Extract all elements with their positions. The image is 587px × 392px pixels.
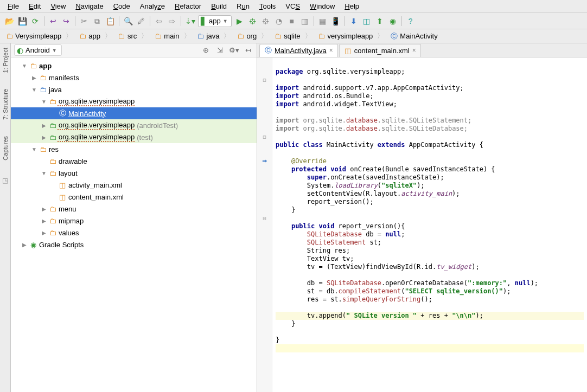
- expand-icon[interactable]: ▶: [30, 75, 38, 81]
- sdk-icon[interactable]: ⬇: [348, 15, 360, 27]
- attach-icon[interactable]: ⯐: [260, 15, 272, 27]
- debug-icon[interactable]: ⯐: [247, 15, 259, 27]
- open-icon[interactable]: 📂: [3, 15, 15, 27]
- rail-captures[interactable]: Captures: [2, 136, 9, 160]
- run-icon[interactable]: ▶: [234, 15, 246, 27]
- crumb-sqlite[interactable]: 🗀sqlite: [271, 30, 314, 42]
- tree-pkg-androidtest[interactable]: ▶ 🗀 org.sqlite.verysimpleapp (androidTes…: [11, 119, 257, 131]
- expand-icon[interactable]: ▼: [40, 170, 48, 176]
- tree-activity-main-xml[interactable]: ◫ activity_main.xml: [11, 179, 257, 191]
- project-tree[interactable]: ▼ 🗀 app ▶ 🗀 manifests ▼ 🗀 java ▼ 🗀 org.s…: [11, 57, 257, 392]
- find-icon[interactable]: 🔍: [122, 15, 134, 27]
- rail-build-variants-icon[interactable]: ◳: [2, 177, 8, 184]
- fold-icon[interactable]: ⊟: [258, 214, 271, 222]
- tree-pkg-test[interactable]: ▶ 🗀 org.sqlite.verysimpleapp (test): [11, 131, 257, 143]
- crumb-src[interactable]: 🗀src: [114, 30, 151, 42]
- menu-navigate[interactable]: Navigate: [71, 1, 107, 11]
- make-icon[interactable]: ⇣▾: [184, 15, 196, 27]
- copy-icon[interactable]: ⧉: [91, 15, 103, 27]
- scroll-to-source-icon[interactable]: ⊕: [200, 45, 211, 56]
- help-icon[interactable]: ?: [405, 15, 417, 27]
- avd-icon[interactable]: 📱: [330, 15, 342, 27]
- menu-help[interactable]: Help: [340, 1, 363, 11]
- code-editor[interactable]: ⊟ ⊟ ⮕ ⊟ package org.sqlite.verysimpleapp…: [257, 57, 587, 392]
- tree-gradle-scripts[interactable]: ▶ ◉ Gradle Scripts: [11, 239, 257, 250]
- android-icon2[interactable]: ◫: [361, 15, 373, 27]
- menu-window[interactable]: Window: [305, 1, 339, 11]
- layout-icon[interactable]: ▦: [317, 15, 329, 27]
- expand-icon[interactable]: ▼: [30, 87, 38, 93]
- tree-mainactivity[interactable]: Ⓒ MainActivity: [11, 107, 257, 119]
- expand-icon[interactable]: ▶: [40, 218, 48, 224]
- hide-panel-icon[interactable]: ↤: [243, 45, 253, 56]
- droid-icon[interactable]: ◉: [387, 15, 399, 27]
- sync-icon[interactable]: ⟳: [29, 15, 41, 27]
- fold-icon[interactable]: ⊟: [258, 76, 271, 84]
- cut-icon[interactable]: ✂: [78, 15, 90, 27]
- tab-mainactivity[interactable]: Ⓒ MainActivity.java ×: [259, 44, 338, 57]
- undo-icon[interactable]: ↩: [47, 15, 59, 27]
- expand-icon[interactable]: ▶: [40, 123, 48, 128]
- tree-content-main-xml[interactable]: ◫ content_main.xml: [11, 191, 257, 203]
- tree-drawable[interactable]: 🗀 drawable: [11, 155, 257, 167]
- forward-icon[interactable]: ⇨: [166, 15, 178, 27]
- replace-icon[interactable]: 🖉: [135, 15, 147, 27]
- crumb-class[interactable]: ⒸMainActivity: [387, 30, 445, 42]
- tab-content-main[interactable]: ◫ content_main.xml ×: [339, 44, 421, 57]
- tree-res[interactable]: ▼ 🗀 res: [11, 143, 257, 155]
- crumb-app[interactable]: 🗀app: [75, 30, 114, 42]
- project-view-chooser[interactable]: ◐ Android ▼: [14, 44, 62, 56]
- menu-tools[interactable]: Tools: [255, 1, 280, 11]
- crumb-org[interactable]: 🗀org: [233, 30, 271, 42]
- menu-build[interactable]: Build: [207, 1, 231, 11]
- gutter[interactable]: ⊟ ⊟ ⮕ ⊟: [257, 57, 272, 392]
- save-icon[interactable]: 💾: [16, 15, 28, 27]
- expand-icon[interactable]: ▼: [30, 146, 38, 152]
- menu-code[interactable]: Code: [109, 1, 135, 11]
- close-icon[interactable]: ×: [412, 47, 416, 54]
- menu-edit[interactable]: Edit: [24, 1, 45, 11]
- editor-area: Ⓒ MainActivity.java × ◫ content_main.xml…: [257, 43, 587, 392]
- expand-icon[interactable]: ▶: [40, 230, 48, 236]
- expand-icon[interactable]: ▼: [21, 63, 28, 69]
- fold-icon[interactable]: ⊟: [258, 133, 271, 141]
- tree-java[interactable]: ▼ 🗀 java: [11, 83, 257, 95]
- menu-vcs[interactable]: VCS: [281, 1, 304, 11]
- expand-icon[interactable]: ▶: [21, 242, 28, 248]
- menu-refactor[interactable]: Refactor: [170, 1, 206, 11]
- collapse-all-icon[interactable]: ⇲: [214, 45, 225, 56]
- stop-icon[interactable]: ■: [286, 15, 298, 27]
- tree-mipmap[interactable]: ▶ 🗀 mipmap: [11, 215, 257, 227]
- redo-icon[interactable]: ↪: [60, 15, 72, 27]
- tree-label: menu: [58, 205, 76, 213]
- crumb-project[interactable]: 🗀Verysimpleapp: [2, 30, 75, 42]
- menu-file[interactable]: File: [3, 1, 23, 11]
- menu-run[interactable]: Run: [232, 1, 254, 11]
- menu-analyze[interactable]: Analyze: [136, 1, 169, 11]
- tree-layout[interactable]: ▼ 🗀 layout: [11, 167, 257, 179]
- tree-manifests[interactable]: ▶ 🗀 manifests: [11, 72, 257, 83]
- code-body[interactable]: package org.sqlite.verysimpleapp; import…: [272, 57, 587, 392]
- rail-structure[interactable]: 7: Structure: [2, 89, 9, 120]
- menu-view[interactable]: View: [46, 1, 70, 11]
- crumb-pkg[interactable]: 🗀verysimpleapp: [315, 30, 387, 42]
- back-icon[interactable]: ⇦: [153, 15, 165, 27]
- expand-icon[interactable]: ▶: [40, 134, 48, 140]
- monitor-icon[interactable]: ⬆: [374, 15, 386, 27]
- tree-menu[interactable]: ▶ 🗀 menu: [11, 203, 257, 215]
- run-configuration-chooser[interactable]: ▋ app ▼: [198, 15, 232, 27]
- expand-icon[interactable]: ▼: [40, 99, 48, 105]
- tree-app[interactable]: ▼ 🗀 app: [11, 60, 257, 72]
- rail-project[interactable]: 1: Project: [2, 48, 9, 73]
- settings-icon[interactable]: ⚙▾: [228, 45, 239, 56]
- tree-values[interactable]: ▶ 🗀 values: [11, 227, 257, 239]
- paste-icon[interactable]: 📋: [104, 15, 116, 27]
- override-icon[interactable]: ⮕: [258, 157, 271, 165]
- coverage-icon[interactable]: ▥: [299, 15, 311, 27]
- crumb-main[interactable]: 🗀main: [151, 30, 193, 42]
- close-icon[interactable]: ×: [329, 47, 333, 54]
- profile-icon[interactable]: ◔: [273, 15, 285, 27]
- crumb-java[interactable]: 🗀java: [194, 30, 234, 42]
- tree-pkg-main[interactable]: ▼ 🗀 org.sqlite.verysimpleapp: [11, 95, 257, 107]
- expand-icon[interactable]: ▶: [40, 206, 48, 212]
